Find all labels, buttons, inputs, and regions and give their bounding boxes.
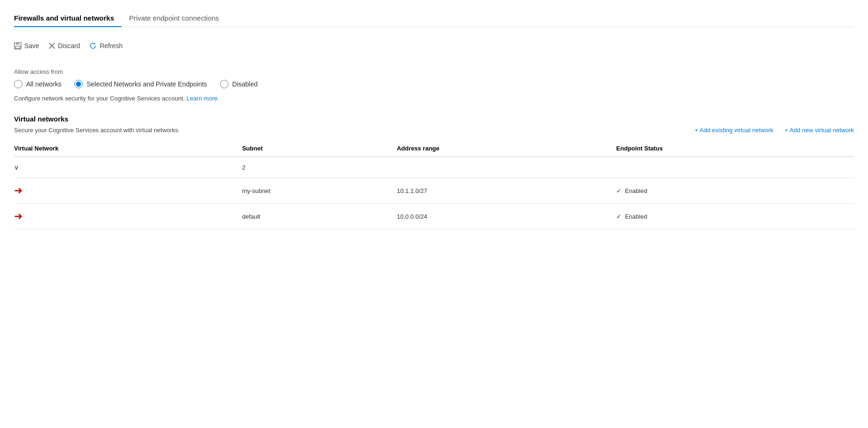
address-range-1: 10.0.0.0/24 — [397, 213, 427, 220]
vnet-header-row: Secure your Cognitive Services account w… — [14, 127, 854, 134]
arrow-icon-1: ➜ — [14, 210, 22, 222]
tab-private-endpoints[interactable]: Private endpoint connections — [129, 9, 227, 27]
save-button[interactable]: Save — [14, 40, 39, 51]
radio-all-networks[interactable]: All networks — [14, 80, 61, 88]
add-existing-vnet-link[interactable]: + Add existing virtual network — [695, 127, 774, 134]
check-icon-1: ✓ — [616, 213, 621, 220]
add-new-vnet-link[interactable]: + Add new virtual network — [785, 127, 854, 134]
vnet-cell-0: ➜ — [14, 178, 242, 204]
expand-chevron-icon[interactable]: ∨ — [14, 164, 19, 171]
description-text: Configure network security for your Cogn… — [14, 95, 854, 102]
subnet-count-cell: 2 — [242, 157, 397, 178]
subnet-name-1: default — [242, 213, 260, 220]
arrow-icon-0: ➜ — [14, 185, 22, 197]
expand-address-cell — [397, 157, 616, 178]
address-range-cell-1: 10.0.0.0/24 — [397, 204, 616, 229]
refresh-label: Refresh — [100, 42, 122, 50]
address-range-cell-0: 10.1.1.0/27 — [397, 178, 616, 204]
table-row: ➜ my-subnet 10.1.1.0/27 ✓ Enabled — [14, 178, 854, 204]
subnet-cell-0: my-subnet — [242, 178, 397, 204]
svg-rect-1 — [16, 43, 19, 45]
expand-chevron-cell[interactable]: ∨ — [14, 157, 242, 178]
status-enabled-1: ✓ Enabled — [616, 213, 647, 220]
col-virtual-network: Virtual Network — [14, 140, 242, 157]
discard-button[interactable]: Discard — [49, 40, 80, 51]
description-static: Configure network security for your Cogn… — [14, 95, 185, 102]
allow-access-label: Allow access from — [14, 68, 854, 75]
status-label-1: Enabled — [625, 213, 647, 220]
tab-bar: Firewalls and virtual networks Private e… — [14, 9, 854, 27]
svg-rect-2 — [15, 46, 20, 49]
subnet-name-0: my-subnet — [242, 187, 270, 194]
save-icon — [14, 42, 21, 50]
save-label: Save — [24, 42, 39, 50]
table-expand-row: ∨ 2 — [14, 157, 854, 178]
radio-selected-networks-input[interactable] — [74, 80, 83, 88]
col-endpoint-status: Endpoint Status — [616, 140, 854, 157]
discard-label: Discard — [58, 42, 80, 50]
col-subnet: Subnet — [242, 140, 397, 157]
col-address-range: Address range — [397, 140, 616, 157]
table-row: ➜ default 10.0.0.0/24 ✓ Enabled — [14, 204, 854, 229]
subnet-count: 2 — [242, 164, 245, 171]
refresh-icon — [89, 42, 97, 50]
expand-status-cell — [616, 157, 854, 178]
address-range-0: 10.1.1.0/27 — [397, 187, 427, 194]
virtual-networks-title: Virtual networks — [14, 115, 854, 123]
status-enabled-0: ✓ Enabled — [616, 187, 647, 194]
radio-disabled[interactable]: Disabled — [220, 80, 257, 88]
vnet-table: Virtual Network Subnet Address range End… — [14, 140, 854, 229]
table-header-row: Virtual Network Subnet Address range End… — [14, 140, 854, 157]
vnet-actions: + Add existing virtual network + Add new… — [695, 127, 854, 134]
radio-selected-networks-label: Selected Networks and Private Endpoints — [86, 80, 207, 88]
learn-more-link[interactable]: Learn more. — [186, 95, 219, 102]
check-icon-0: ✓ — [616, 187, 621, 194]
radio-all-networks-label: All networks — [26, 80, 61, 88]
refresh-button[interactable]: Refresh — [89, 40, 122, 51]
radio-all-networks-input[interactable] — [14, 80, 22, 88]
discard-icon — [49, 43, 55, 49]
subnet-cell-1: default — [242, 204, 397, 229]
toolbar: Save Discard Refresh — [14, 36, 854, 55]
status-label-0: Enabled — [625, 187, 647, 194]
endpoint-status-cell-1: ✓ Enabled — [616, 204, 854, 229]
radio-disabled-label: Disabled — [232, 80, 257, 88]
radio-selected-networks[interactable]: Selected Networks and Private Endpoints — [74, 80, 207, 88]
access-radio-group: All networks Selected Networks and Priva… — [14, 80, 854, 88]
vnet-cell-1: ➜ — [14, 204, 242, 229]
endpoint-status-cell-0: ✓ Enabled — [616, 178, 854, 204]
tab-firewalls[interactable]: Firewalls and virtual networks — [14, 9, 121, 27]
vnet-description: Secure your Cognitive Services account w… — [14, 127, 180, 134]
radio-disabled-input[interactable] — [220, 80, 228, 88]
